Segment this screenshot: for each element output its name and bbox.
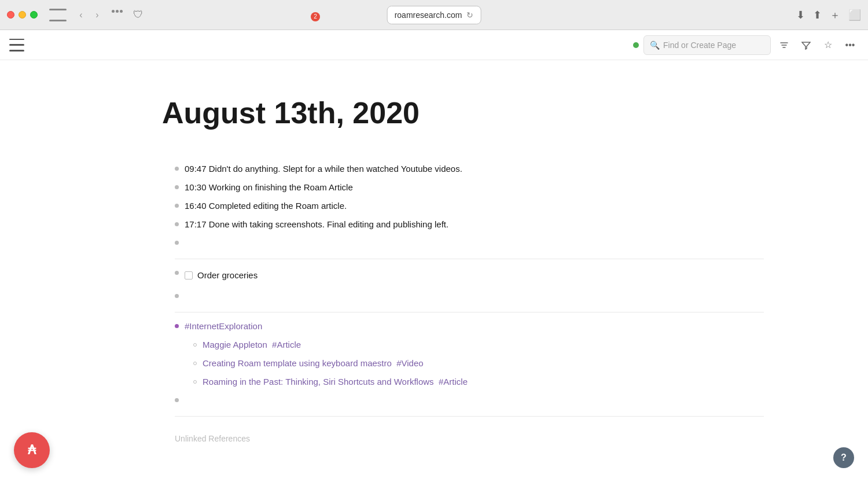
sub-bullet-dot [193,362,197,365]
titlebar-right-actions: ⬇ ⬆ ＋ ⬜ [796,8,861,22]
internet-exploration-section: #InternetExploration Maggie Appleton #Ar… [175,317,764,417]
url-text: roamresearch.com [395,10,462,20]
bullet-text: 09:47 Didn't do anything. Slept for a wh… [185,162,462,176]
list-item: 17:17 Done with taking screenshots. Fina… [175,215,764,234]
tab-dot [112,10,115,13]
empty-bullet [175,287,764,300]
time-bullet-list: 09:47 Didn't do anything. Slept for a wh… [175,160,764,234]
bullet-dot [175,185,179,189]
toolbar-right: 🔍 Find or Create Page ☆ ••• [633,35,859,55]
todo-checkbox[interactable] [185,271,193,279]
bullet-text: 17:17 Done with taking screenshots. Fina… [185,218,448,231]
sub-bullet-list: Maggie Appleton #Article Creating Roam t… [175,336,764,391]
todo-section: Order groceries [175,264,764,312]
search-placeholder: Find or Create Page [663,41,736,50]
list-item: 10:30 Working on finishing the Roam Arti… [175,178,764,197]
forward-button[interactable]: › [90,8,105,23]
close-button[interactable] [7,11,14,19]
internet-exploration-list: #InternetExploration [175,317,764,336]
download-icon[interactable]: ⬇ [796,9,805,21]
online-status-indicator [633,42,639,48]
filter-icon[interactable] [775,36,793,54]
sub-bullet-text: Maggie Appleton #Article [203,338,301,352]
bullet-dot [175,204,179,208]
tab-dot [116,10,119,13]
list-item: Order groceries [175,264,764,287]
list-item: Creating Roam template using keyboard ma… [193,354,764,373]
empty-bullet [175,391,764,404]
list-item: 09:47 Didn't do anything. Slept for a wh… [175,160,764,178]
maximize-button[interactable] [30,11,38,19]
search-bar[interactable]: 🔍 Find or Create Page [643,35,771,55]
bullet-dot-purple [175,324,179,328]
share-icon[interactable]: ⬆ [813,9,822,21]
new-tab-icon[interactable]: ＋ [830,8,840,22]
article-tag-1[interactable]: #Article [272,340,301,349]
list-item: Roaming in the Past: Thinking, Siri Shor… [193,373,764,391]
url-bar[interactable]: roamresearch.com ↻ [387,6,481,24]
menu-icon[interactable] [9,39,24,51]
search-icon: 🔍 [650,41,660,50]
bullet-dot [175,167,179,171]
sub-bullet-text: Roaming in the Past: Thinking, Siri Shor… [203,375,468,389]
star-icon[interactable]: ☆ [819,36,837,54]
titlebar: ‹ › 2 🛡 roamresearch.com ↻ ⬇ ⬆ ＋ ⬜ [0,0,868,30]
internet-exploration-tag[interactable]: #InternetExploration [185,319,262,333]
article-tag-2[interactable]: #Article [439,377,468,387]
bullet-dot [175,222,179,226]
app-toolbar: 🔍 Find or Create Page ☆ ••• [0,30,868,60]
filter-alt-icon[interactable] [797,36,815,54]
tab-count-badge: 2 [311,12,320,21]
tabs-icon[interactable]: ⬜ [848,9,861,21]
list-item: Maggie Appleton #Article [193,336,764,354]
sidebar-toggle-button[interactable] [49,9,67,21]
help-button[interactable]: ? [833,447,854,468]
avatar-button[interactable]: ₳ [14,432,50,468]
time-bullets-section: 09:47 Didn't do anything. Slept for a wh… [175,160,764,259]
tab-group[interactable]: 2 [109,6,127,24]
sub-bullet-dot [193,343,197,347]
back-button[interactable]: ‹ [73,8,89,23]
page-title: August 13th, 2020 [162,95,764,131]
roaming-past-link[interactable]: Roaming in the Past: Thinking, Siri Shor… [203,377,434,387]
bullet-dot [175,271,179,275]
checkbox-item: Order groceries [185,266,258,285]
reload-icon[interactable]: ↻ [466,10,473,20]
bullet-dot [175,398,179,402]
unlinked-references-heading: Unlinked References [175,434,764,443]
nav-arrows: ‹ › [73,8,105,23]
minimize-button[interactable] [19,11,26,19]
bullet-text: 10:30 Working on finishing the Roam Arti… [185,181,353,194]
list-item: #InternetExploration [175,317,764,336]
main-content: August 13th, 2020 09:47 Didn't do anythi… [0,60,868,482]
sub-bullet-dot [193,380,197,384]
sub-bullet-text: Creating Roam template using keyboard ma… [203,356,424,370]
traffic-lights [7,11,38,19]
tab-dot [120,10,123,13]
bullet-text: 16:40 Completed editing the Roam article… [185,199,347,213]
empty-bullet [175,234,764,247]
bullet-dot [175,294,179,298]
keyboard-maestro-link[interactable]: Creating Roam template using keyboard ma… [203,358,392,368]
bullet-dot [175,241,179,245]
more-options-icon[interactable]: ••• [841,36,859,54]
maggie-appleton-link[interactable]: Maggie Appleton [203,340,267,349]
todo-text: Order groceries [197,268,258,282]
shield-icon: 🛡 [131,8,145,22]
video-tag[interactable]: #Video [396,358,423,368]
list-item: 16:40 Completed editing the Roam article… [175,197,764,215]
